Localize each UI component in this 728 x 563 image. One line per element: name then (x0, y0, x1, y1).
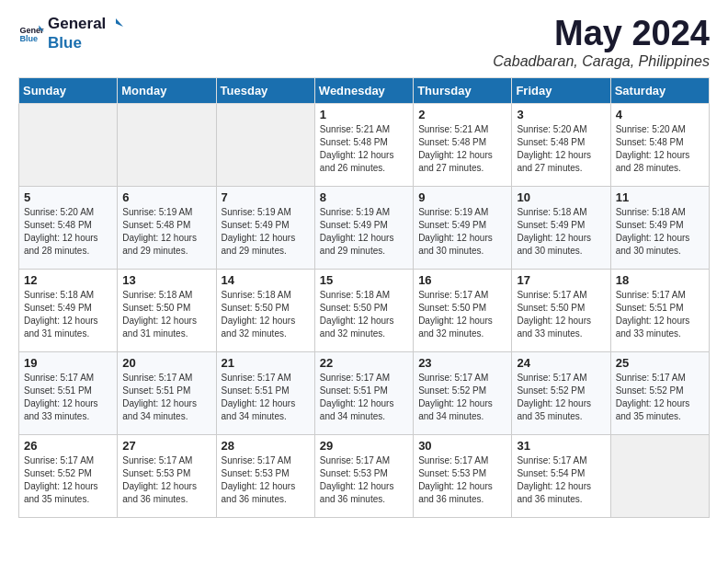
cell-content-line: Sunset: 5:53 PM (320, 468, 388, 478)
cell-content-line: Daylight: 12 hours (24, 233, 98, 243)
cell-content-line: Daylight: 12 hours (320, 398, 394, 408)
cell-content: Sunrise: 5:17 AMSunset: 5:53 PMDaylight:… (418, 454, 506, 506)
cell-content-line: Sunset: 5:50 PM (222, 303, 290, 313)
title-area: May 2024 Cabadbaran, Caraga, Philippines (493, 15, 710, 70)
cell-content-line: Daylight: 12 hours (616, 316, 690, 326)
cell-content: Sunrise: 5:18 AMSunset: 5:49 PMDaylight:… (24, 289, 112, 340)
calendar-cell: 24Sunrise: 5:17 AMSunset: 5:52 PMDayligh… (512, 351, 610, 434)
day-number: 6 (122, 190, 210, 204)
calendar-table: SundayMondayTuesdayWednesdayThursdayFrid… (18, 77, 710, 518)
cell-content-line: Sunset: 5:52 PM (517, 385, 585, 396)
cell-content: Sunrise: 5:19 AMSunset: 5:48 PMDaylight:… (122, 206, 210, 258)
cell-content: Sunrise: 5:17 AMSunset: 5:51 PMDaylight:… (320, 372, 408, 423)
cell-content-line: Daylight: 12 hours (418, 398, 493, 408)
cell-content-line: Sunrise: 5:18 AM (616, 207, 686, 217)
day-number: 16 (418, 273, 506, 287)
calendar-cell: 28Sunrise: 5:17 AMSunset: 5:53 PMDayligh… (216, 434, 314, 517)
cell-content-line: and 30 minutes. (418, 246, 483, 256)
cell-content: Sunrise: 5:17 AMSunset: 5:52 PMDaylight:… (418, 372, 506, 423)
cell-content-line: Sunrise: 5:17 AM (222, 373, 291, 383)
cell-content-line: Daylight: 12 hours (418, 150, 493, 160)
calendar-cell (19, 103, 118, 186)
cell-content-line: Sunrise: 5:17 AM (517, 455, 586, 465)
cell-content-line: Daylight: 12 hours (320, 316, 394, 326)
cell-content-line: Sunrise: 5:20 AM (24, 207, 94, 217)
day-number: 27 (122, 439, 210, 453)
logo: General Blue General Blue (18, 15, 126, 52)
cell-content-line: Sunset: 5:49 PM (222, 220, 290, 230)
logo-general-text: General (48, 15, 106, 32)
cell-content: Sunrise: 5:17 AMSunset: 5:51 PMDaylight:… (122, 372, 210, 423)
logo-icon: General Blue (18, 20, 44, 46)
cell-content-line: Daylight: 12 hours (320, 233, 394, 243)
cell-content-line: Sunset: 5:48 PM (517, 137, 585, 147)
cell-content-line: Sunrise: 5:19 AM (222, 207, 291, 217)
cell-content-line: Sunrise: 5:17 AM (122, 373, 192, 383)
cell-content-line: Daylight: 12 hours (517, 233, 591, 243)
cell-content-line: Sunrise: 5:19 AM (320, 207, 390, 217)
cell-content-line: Daylight: 12 hours (320, 150, 394, 160)
cell-content-line: and 26 minutes. (320, 163, 385, 173)
day-number: 15 (320, 273, 408, 287)
cell-content-line: Sunrise: 5:18 AM (24, 290, 94, 300)
cell-content-line: Daylight: 12 hours (517, 316, 591, 326)
cell-content-line: Sunset: 5:52 PM (24, 468, 92, 478)
day-number: 28 (222, 439, 310, 453)
cell-content-line: Sunset: 5:49 PM (616, 220, 684, 230)
cell-content-line: Sunset: 5:48 PM (320, 137, 388, 147)
cell-content-line: Sunrise: 5:17 AM (616, 290, 686, 300)
header: General Blue General Blue May 2024 Cabad… (18, 15, 710, 70)
cell-content-line: Sunrise: 5:17 AM (222, 455, 291, 465)
cell-content-line: and 36 minutes. (122, 494, 188, 504)
cell-content-line: and 35 minutes. (616, 411, 681, 421)
calendar-week-row: 5Sunrise: 5:20 AMSunset: 5:48 PMDaylight… (19, 186, 710, 269)
cell-content: Sunrise: 5:17 AMSunset: 5:51 PMDaylight:… (24, 372, 112, 423)
cell-content-line: Daylight: 12 hours (418, 233, 493, 243)
calendar-cell: 31Sunrise: 5:17 AMSunset: 5:54 PMDayligh… (512, 434, 610, 517)
cell-content-line: Sunrise: 5:21 AM (418, 124, 488, 134)
day-number: 29 (320, 439, 408, 453)
calendar-cell: 16Sunrise: 5:17 AMSunset: 5:50 PMDayligh… (414, 269, 512, 351)
cell-content-line: and 30 minutes. (616, 246, 681, 256)
calendar-cell: 22Sunrise: 5:17 AMSunset: 5:51 PMDayligh… (314, 351, 413, 434)
cell-content: Sunrise: 5:17 AMSunset: 5:53 PMDaylight:… (122, 454, 210, 506)
cell-content-line: Sunset: 5:49 PM (517, 220, 585, 230)
cell-content: Sunrise: 5:17 AMSunset: 5:50 PMDaylight:… (517, 289, 605, 340)
day-number: 23 (418, 356, 506, 370)
cell-content-line: Sunset: 5:50 PM (517, 303, 585, 313)
cell-content-line: Sunrise: 5:17 AM (517, 373, 586, 383)
calendar-cell (216, 103, 314, 186)
calendar-cell: 20Sunrise: 5:17 AMSunset: 5:51 PMDayligh… (118, 351, 216, 434)
calendar-cell: 6Sunrise: 5:19 AMSunset: 5:48 PMDaylight… (118, 186, 216, 269)
cell-content-line: and 31 minutes. (24, 328, 89, 339)
cell-content-line: and 34 minutes. (418, 411, 483, 421)
calendar-cell: 7Sunrise: 5:19 AMSunset: 5:49 PMDaylight… (216, 186, 314, 269)
cell-content-line: Daylight: 12 hours (122, 398, 197, 408)
calendar-cell: 15Sunrise: 5:18 AMSunset: 5:50 PMDayligh… (314, 269, 413, 351)
cell-content-line: Daylight: 12 hours (122, 481, 197, 491)
calendar-week-row: 26Sunrise: 5:17 AMSunset: 5:52 PMDayligh… (19, 434, 710, 517)
cell-content-line: and 33 minutes. (616, 328, 681, 339)
day-number: 17 (517, 273, 605, 287)
cell-content-line: Daylight: 12 hours (517, 150, 591, 160)
cell-content-line: Daylight: 12 hours (517, 481, 591, 491)
cell-content-line: Daylight: 12 hours (122, 316, 197, 326)
cell-content-line: Sunrise: 5:17 AM (320, 373, 390, 383)
calendar-cell: 4Sunrise: 5:20 AMSunset: 5:48 PMDaylight… (610, 103, 709, 186)
cell-content-line: and 36 minutes. (418, 494, 483, 504)
cell-content-line: Sunrise: 5:17 AM (24, 455, 94, 465)
cell-content-line: Daylight: 12 hours (24, 398, 98, 408)
cell-content: Sunrise: 5:17 AMSunset: 5:53 PMDaylight:… (320, 454, 408, 506)
cell-content-line: and 35 minutes. (517, 411, 582, 421)
cell-content-line: Daylight: 12 hours (418, 316, 493, 326)
cell-content-line: Sunrise: 5:17 AM (418, 290, 488, 300)
cell-content-line: Sunrise: 5:18 AM (122, 290, 192, 300)
cell-content: Sunrise: 5:20 AMSunset: 5:48 PMDaylight:… (616, 123, 704, 175)
cell-content-line: Sunset: 5:53 PM (222, 468, 290, 478)
cell-content-line: Daylight: 12 hours (517, 398, 591, 408)
cell-content: Sunrise: 5:21 AMSunset: 5:48 PMDaylight:… (418, 123, 506, 175)
calendar-cell: 18Sunrise: 5:17 AMSunset: 5:51 PMDayligh… (610, 269, 709, 351)
calendar-cell: 27Sunrise: 5:17 AMSunset: 5:53 PMDayligh… (118, 434, 216, 517)
weekday-header-wednesday: Wednesday (314, 77, 413, 103)
weekday-header-monday: Monday (118, 77, 216, 103)
